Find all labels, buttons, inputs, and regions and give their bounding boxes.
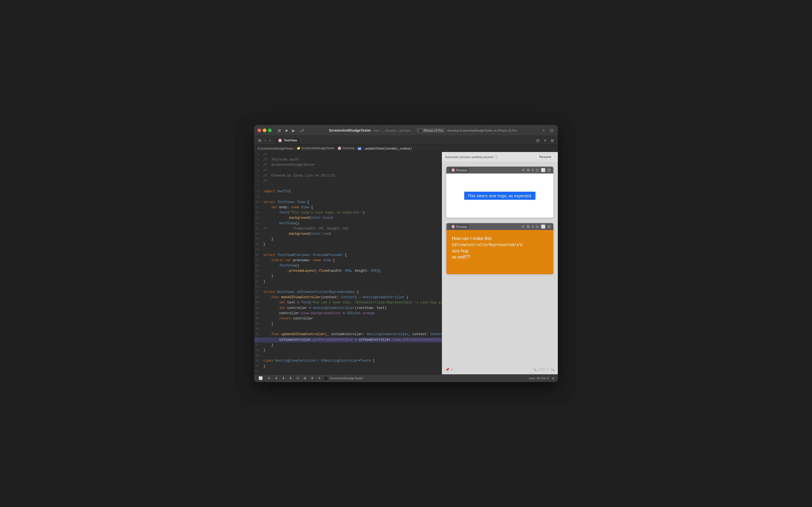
forward-button[interactable]: ›: [268, 137, 272, 143]
run-button[interactable]: ■: [284, 128, 289, 133]
code-line-10: 10 struct TestView: View {: [254, 200, 442, 205]
code-line-41: 41 }: [254, 364, 442, 369]
preview-block-1: 🌸 Preview ↺ ⚙ ℹ ⊡ ⬜ ⊞ This v: [446, 167, 553, 218]
code-editor[interactable]: 1 // 2 // TestView.swift 3 // Screenshot…: [254, 152, 442, 374]
breadcrumb-symbol-type[interactable]: M: [358, 147, 362, 150]
maximize-button[interactable]: [268, 128, 271, 132]
code-line-11: 11 var body: some View {: [254, 205, 442, 210]
bottom-btn-2[interactable]: ⏸: [266, 376, 271, 381]
breadcrumb-project[interactable]: A ScreenshotKludgeTester: [257, 147, 293, 150]
code-line-26: 26: [254, 284, 442, 290]
tabbar-right: ⊟ ≡ ⊞: [535, 137, 555, 143]
orange-text-line2: UIViewControllerRepresentable: [452, 242, 519, 247]
code-line-40: 40 class HostingViewController: UIHostin…: [254, 358, 442, 363]
code-line-22: 22 TestView(): [254, 263, 442, 268]
scheme-button[interactable]: ⎇: [298, 128, 305, 133]
bottom-btn-7[interactable]: ⊞: [303, 376, 307, 381]
code-line-38: 38 }: [254, 348, 442, 353]
preview-view-1: This view's size hugs, as expected.: [446, 173, 553, 218]
line-content: //: [261, 152, 442, 157]
share-icon-2[interactable]: ⊞: [548, 225, 551, 229]
titlebar-center: ScreenshotKludgeTester main | Screens…ge…: [307, 128, 539, 133]
bottombar-right: Line: 36 Col: 9 ⊡: [529, 377, 555, 380]
inspector-button[interactable]: ≡: [543, 137, 547, 143]
zoom-dropdown-icon[interactable]: ▾: [547, 368, 548, 371]
pin-icon[interactable]: 📌: [445, 368, 450, 372]
share-icon[interactable]: ⊞: [548, 168, 551, 172]
device-icon-3[interactable]: ⬜: [541, 225, 545, 229]
zoom-in-icon[interactable]: 🔍: [551, 368, 555, 371]
tabbar-nav: ⊞ ‹ ›: [257, 137, 271, 143]
list-icon[interactable]: ≡: [451, 368, 453, 372]
orange-text-line1: How can I make this: [452, 236, 492, 241]
settings-icon-2[interactable]: ⚙: [526, 225, 530, 229]
tab-testview[interactable]: 🌸 TestView: [274, 137, 301, 144]
preview-status-text: Automatic preview updating paused: [445, 155, 493, 159]
zoom-out-icon[interactable]: 🔍: [533, 368, 537, 371]
back-button[interactable]: ‹: [264, 137, 267, 143]
duplicate-icon[interactable]: ⊡: [536, 168, 539, 172]
layout-button[interactable]: ⊡: [549, 128, 555, 133]
tab-label: TestView: [284, 138, 297, 142]
add-button[interactable]: ＋: [541, 127, 547, 133]
scheme-name: Screens…geTester: [385, 129, 411, 132]
zoom-control: 🔍 100% ▾: [533, 368, 548, 371]
sidebar-toggle-button[interactable]: ⊞: [276, 128, 282, 133]
titlebar-right: ＋ ⊡: [541, 127, 555, 133]
info-icon-3[interactable]: ℹ: [532, 225, 534, 229]
play-button[interactable]: ▶: [291, 128, 296, 133]
refresh-icon-2[interactable]: ↺: [521, 225, 524, 229]
line-number: 1: [254, 152, 261, 157]
code-line-33: 33 }: [254, 321, 442, 327]
bottom-btn-9[interactable]: ✈: [317, 376, 322, 381]
code-line-1: 1 //: [254, 152, 442, 157]
device-icon-2[interactable]: ⬜: [541, 168, 545, 172]
orange-text-line4: as well??: [452, 255, 470, 259]
close-button[interactable]: [257, 128, 261, 132]
bottom-btn-3[interactable]: ⬇: [274, 376, 279, 381]
canvas-button[interactable]: ⊞: [550, 137, 555, 143]
breadcrumb-file[interactable]: 🌸 TestView: [338, 147, 354, 150]
breadcrumb-method[interactable]: updateUIViewController(_:context:): [365, 147, 412, 150]
code-line-14: 14 HostView(): [254, 221, 442, 226]
bottom-btn-5[interactable]: ⬆: [288, 376, 293, 381]
titlebar-controls: ⊞ ■ ▶ ⎇: [276, 128, 305, 133]
code-line-8: 8 import SwiftUI: [254, 189, 442, 194]
bottom-monitor-icon: ⊡: [552, 377, 555, 380]
info-icon: ⓘ: [495, 155, 498, 159]
app-name: ScreenshotKludgeTester: [329, 128, 371, 132]
code-line-27: 27 struct HostView: UIViewControllerRepr…: [254, 290, 442, 295]
bottom-btn-1[interactable]: ⬜: [257, 376, 264, 381]
duplicate-icon-2[interactable]: ⊡: [536, 225, 539, 229]
footer-right: 🔍 100% ▾ 🔍: [533, 368, 555, 371]
code-line-4: 4 //: [254, 168, 442, 173]
refresh-icon[interactable]: ↺: [521, 168, 524, 172]
bottom-btn-8[interactable]: ⬇: [310, 376, 315, 381]
code-line-7: 7: [254, 184, 442, 189]
preview-block-1-tools: ↺ ⚙ ℹ ⊡ ⬜ ⊞: [521, 168, 551, 172]
preview-view-2: How can I make this UIViewControllerRepr…: [446, 230, 553, 274]
code-line-29: 29 let text = Text("How can I make this …: [254, 300, 442, 305]
code-line-6: 6 //: [254, 178, 442, 184]
code-line-23: 23 .previewLayout(.fixed(width: 400, hei…: [254, 268, 442, 274]
preview-status: Automatic preview updating paused ⓘ: [445, 155, 498, 159]
code-line-18: 18 }: [254, 242, 442, 247]
app-icon: ⊞: [324, 376, 327, 381]
preview-footer: 📌 ≡ 🔍 100% ▾ 🔍: [442, 364, 558, 374]
breadcrumb: A ScreenshotKludgeTester › 📁 ScreenshotK…: [254, 145, 558, 152]
info-icon-2[interactable]: ℹ: [532, 168, 534, 172]
settings-icon[interactable]: ⚙: [526, 168, 530, 172]
minimize-button[interactable]: [263, 128, 266, 132]
bottom-btn-4[interactable]: ⬆: [281, 376, 286, 381]
resume-button[interactable]: Resume: [536, 154, 555, 160]
split-view-button[interactable]: ⊟: [535, 137, 541, 143]
code-line-13: 13 .background(Color.blue): [254, 215, 442, 221]
bottom-btn-6[interactable]: ⊡: [295, 376, 300, 381]
grid-view-button[interactable]: ⊞: [257, 137, 262, 143]
bottombar: ⬜ ⏸ ⬇ ⬆ ⬆ ⊡ ⊞ ⬇ ✈ ⊞ ScreenshotKludgeTest…: [254, 374, 558, 382]
code-table: 1 // 2 // TestView.swift 3 // Screenshot…: [254, 152, 442, 374]
device-badge[interactable]: 📱 iPhone 13 Pro: [416, 128, 445, 133]
code-line-9: 9: [254, 194, 442, 200]
breadcrumb-folder[interactable]: 📁 ScreenshotKludgeTester: [297, 147, 335, 150]
preview-selected-text: This view's size hugs, as expected.: [464, 192, 536, 200]
